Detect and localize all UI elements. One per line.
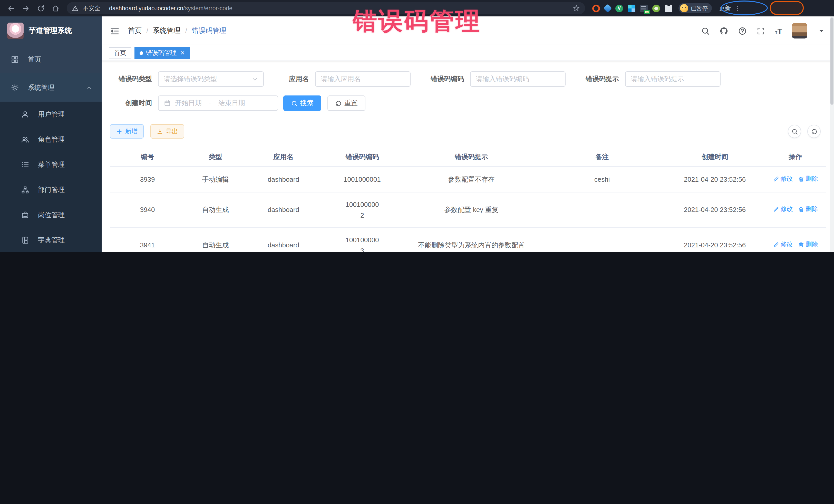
error-code-table: 编号类型应用名错误码编码错误码提示备注创建时间操作 3939手动编辑dashbo… <box>110 148 826 252</box>
browser-reload-icon[interactable] <box>37 4 45 12</box>
tags-view-bar: 首页 错误码管理 ✕ <box>102 45 834 61</box>
date-range-picker[interactable]: 开始日期 - 结束日期 <box>158 95 278 111</box>
extensions-area: V <box>592 4 672 12</box>
page-url[interactable]: dashboard.yudao.iocoder.cn/system/error-… <box>109 5 233 11</box>
address-bar[interactable]: 不安全 dashboard.yudao.iocoder.cn/system/er… <box>67 2 585 14</box>
cell-remark <box>540 192 665 227</box>
tag-error-code[interactable]: 错误码管理 ✕ <box>134 47 190 59</box>
browser-home-icon[interactable] <box>52 4 60 12</box>
cell-remark <box>540 227 665 252</box>
delete-row-button[interactable]: 删除 <box>798 174 818 184</box>
browser-menu-icon[interactable] <box>734 5 741 12</box>
extension-icon[interactable] <box>592 4 600 12</box>
filter-message-label: 错误码提示 <box>578 74 625 84</box>
browser-forward-icon[interactable] <box>22 4 30 12</box>
error-code-input[interactable]: 请输入错误码编码 <box>470 71 566 87</box>
profile-avatar <box>680 4 688 12</box>
table-row[interactable]: 3940自动生成dashboard100100000 2参数配置 key 重复2… <box>110 192 826 227</box>
trash-icon <box>798 176 804 182</box>
sidebar-item-label: 首页 <box>28 54 41 64</box>
extensions-puzzle-icon[interactable] <box>665 4 672 12</box>
chevron-down-icon <box>251 76 258 82</box>
sidebar-item-首页[interactable]: 首页 <box>0 45 102 73</box>
cell-created: 2021-04-20 23:52:56 <box>665 167 765 192</box>
error-type-select[interactable]: 请选择错误码类型 <box>158 71 264 87</box>
tag-close-icon[interactable]: ✕ <box>180 49 185 56</box>
sidebar-item-岗位管理[interactable]: 岗位管理 <box>0 202 102 227</box>
browser-profile-chip[interactable]: 已暂停 <box>679 3 712 13</box>
pencil-icon <box>773 242 779 248</box>
sidebar-logo[interactable]: 芋道管理系统 <box>0 17 102 45</box>
sidebar-item-用户管理[interactable]: 用户管理 <box>0 102 102 127</box>
not-secure-label: 不安全 <box>83 4 100 12</box>
user-avatar[interactable] <box>792 23 807 39</box>
browser-back-icon[interactable] <box>7 4 15 12</box>
edit-row-button[interactable]: 修改 <box>773 174 793 184</box>
sidebar-menu: 首页系统管理用户管理角色管理菜单管理部门管理岗位管理字典管理通知公告审计日志在线… <box>0 45 102 252</box>
cell-id: 3940 <box>110 192 185 227</box>
help-icon[interactable] <box>738 26 747 35</box>
delete-row-button[interactable]: 删除 <box>798 204 818 215</box>
column-header: 操作 <box>765 148 826 167</box>
filter-type-label: 错误码类型 <box>110 74 158 84</box>
error-message-input[interactable]: 请输入错误码提示 <box>625 71 721 87</box>
breadcrumb-separator: / <box>185 27 187 35</box>
edit-row-button[interactable]: 修改 <box>773 204 793 215</box>
chevron-up-icon <box>86 84 92 91</box>
trash-icon <box>798 242 804 248</box>
filter-code-label: 错误码编码 <box>423 74 470 84</box>
user-menu-caret-icon[interactable] <box>817 26 826 35</box>
export-button[interactable]: 导出 <box>150 124 184 138</box>
scrollbar-track[interactable] <box>830 17 834 252</box>
extension-icon[interactable] <box>628 4 635 12</box>
breadcrumb-system[interactable]: 系统管理 <box>153 26 181 36</box>
cell-app: dashboard <box>246 167 321 192</box>
breadcrumb-current: 错误码管理 <box>192 26 226 36</box>
reset-button[interactable]: 重置 <box>327 95 366 111</box>
sidebar-item-label: 字典管理 <box>38 235 65 245</box>
sidebar-item-角色管理[interactable]: 角色管理 <box>0 127 102 152</box>
book-icon <box>21 236 29 244</box>
app-name-input[interactable]: 请输入应用名 <box>315 71 411 87</box>
table-header-row: 编号类型应用名错误码编码错误码提示备注创建时间操作 <box>110 148 826 167</box>
bookmark-star-icon[interactable] <box>573 5 580 12</box>
tag-home[interactable]: 首页 <box>109 47 131 59</box>
extension-icon[interactable]: V <box>615 4 623 12</box>
edit-row-button[interactable]: 修改 <box>773 239 793 250</box>
app-title: 芋道管理系统 <box>29 26 72 36</box>
cell-actions: 修改删除 <box>765 167 826 192</box>
cell-code: 100100000 3 <box>321 227 403 252</box>
search-button[interactable]: 搜索 <box>283 95 321 111</box>
breadcrumb-home[interactable]: 首页 <box>128 26 142 36</box>
annotation-rectangle <box>770 1 804 15</box>
add-button[interactable]: 新增 <box>110 124 144 138</box>
cell-app: dashboard <box>246 227 321 252</box>
extension-icon[interactable] <box>652 4 660 12</box>
fullscreen-icon[interactable] <box>756 26 765 35</box>
table-row[interactable]: 3941自动生成dashboard100100000 3不能删除类型为系统内置的… <box>110 227 826 252</box>
browser-update-button[interactable]: 更新 <box>719 4 731 12</box>
sidebar-item-系统管理[interactable]: 系统管理 <box>0 73 102 102</box>
filter-created-label: 创建时间 <box>110 98 158 108</box>
column-header: 创建时间 <box>665 148 765 167</box>
extension-icon[interactable] <box>640 4 648 12</box>
github-icon[interactable] <box>720 26 728 35</box>
extension-icon[interactable] <box>603 4 612 13</box>
header-search-icon[interactable] <box>701 26 710 35</box>
breadcrumb-separator: / <box>146 27 148 35</box>
cell-actions: 修改删除 <box>765 192 826 227</box>
cell-message: 不能删除类型为系统内置的参数配置 <box>403 227 540 252</box>
refresh-table-button[interactable] <box>807 125 821 138</box>
delete-row-button[interactable]: 删除 <box>798 239 818 250</box>
sidebar-item-字典管理[interactable]: 字典管理 <box>0 227 102 252</box>
table-row[interactable]: 3939手动编辑dashboard1001000001参数配置不存在ceshi2… <box>110 167 826 192</box>
page-content: 错误码类型 请选择错误码类型 应用名 请输入应用名 错误码编码 请输入错误码编码… <box>102 61 834 252</box>
sidebar-item-部门管理[interactable]: 部门管理 <box>0 177 102 202</box>
omnibox-divider <box>105 5 105 12</box>
user-icon <box>21 110 29 118</box>
show-search-toggle-button[interactable] <box>788 125 801 138</box>
sidebar-toggle-icon[interactable] <box>110 26 119 36</box>
scrollbar-thumb[interactable] <box>830 18 833 105</box>
font-size-icon[interactable]: тT <box>775 26 782 35</box>
sidebar-item-菜单管理[interactable]: 菜单管理 <box>0 152 102 177</box>
